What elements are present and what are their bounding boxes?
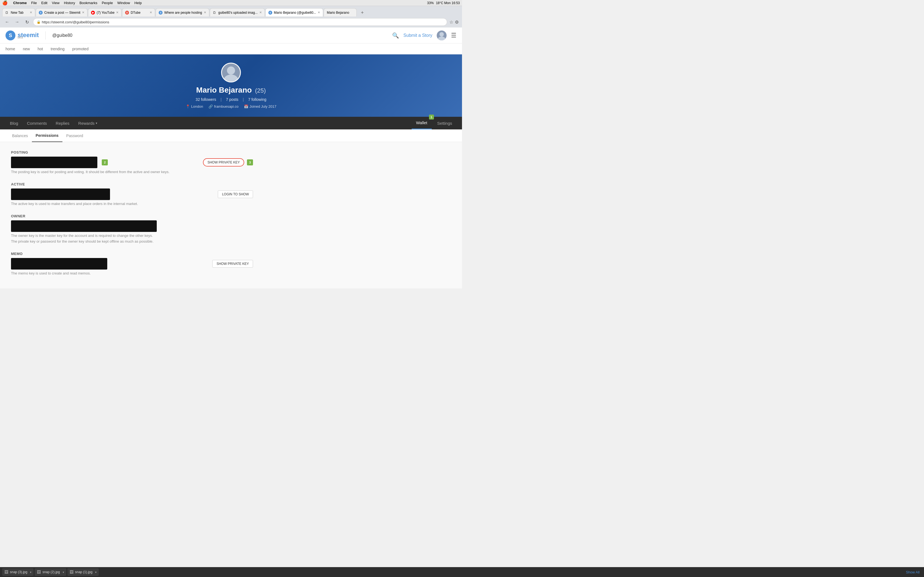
logo-text-wrap: steemit beta <box>18 32 39 39</box>
profile-posts[interactable]: 7 posts <box>226 97 238 102</box>
menubar-window[interactable]: Window <box>117 1 130 5</box>
battery-info: 33% <box>427 1 434 5</box>
back-button[interactable]: ← <box>3 18 11 26</box>
tab-close-new-tab[interactable]: ✕ <box>30 11 32 14</box>
tab-close-mario-steemit[interactable]: ✕ <box>318 11 320 14</box>
menubar-file[interactable]: File <box>31 1 37 5</box>
tab-close-guibe80-images[interactable]: ✕ <box>259 11 262 14</box>
clock: 18°C Mon 16:53 <box>436 1 460 5</box>
stab-balances[interactable]: Balances <box>8 129 32 142</box>
owner-label: OWNER <box>11 214 253 218</box>
owner-section: OWNER The owner key is the master key fo… <box>11 214 253 243</box>
url-text: frambuesapi.co <box>214 105 238 108</box>
svg-point-3 <box>439 32 444 37</box>
profile-reputation: (25) <box>255 87 266 94</box>
profile-avatar <box>221 63 241 82</box>
ptab-settings[interactable]: Settings <box>433 117 457 129</box>
address-input[interactable]: 🔒 https://steemit.com/@guibe80/permissio… <box>33 18 447 26</box>
tab-close-create-post[interactable]: ✕ <box>82 11 84 14</box>
menubar: 🍎 Chrome File Edit View History Bookmark… <box>0 0 462 6</box>
posting-desc: The posting key is used for posting and … <box>11 170 253 174</box>
menubar-chrome[interactable]: Chrome <box>13 1 27 5</box>
forward-button[interactable]: → <box>13 18 21 26</box>
nav-new[interactable]: new <box>23 47 30 51</box>
submit-story-button[interactable]: Submit a Story <box>404 33 432 38</box>
secure-icon: 🔒 <box>37 20 41 24</box>
menubar-bookmarks[interactable]: Bookmarks <box>79 1 97 5</box>
ptab-blog[interactable]: Blog <box>5 117 23 129</box>
tab-mario-steemit[interactable]: S Mario Bejarano (@guibe80... ✕ <box>265 8 323 16</box>
tab-people-hosting[interactable]: S Where are people hosting ✕ <box>156 8 209 16</box>
address-text: https://steemit.com/@guibe80/permissions <box>42 20 109 24</box>
user-avatar[interactable] <box>437 31 447 40</box>
reload-button[interactable]: ↻ <box>23 18 31 26</box>
tab-dtube[interactable]: D DTube ✕ <box>122 8 155 16</box>
active-login-to-show-button[interactable]: LOGIN TO SHOW <box>218 190 253 198</box>
tab-favicon-dtube: D <box>125 11 129 15</box>
logo-wrap: S steemit beta @guibe80 <box>5 31 72 40</box>
ptab-wallet[interactable]: Wallet <box>412 117 432 129</box>
active-desc: The active key is used to make transfers… <box>11 201 253 206</box>
bookmark-icon[interactable]: ☆ <box>449 19 453 25</box>
menubar-view[interactable]: View <box>52 1 60 5</box>
tab-close-youtube[interactable]: ✕ <box>116 11 118 14</box>
menubar-history[interactable]: History <box>64 1 75 5</box>
profile-name: Mario Bejarano <box>196 86 252 94</box>
owner-desc1: The owner key is the master key for the … <box>11 234 253 238</box>
tab-favicon-mario-steemit: S <box>268 11 272 15</box>
tab-mario-right[interactable]: Mario Bejarano <box>324 8 357 16</box>
hamburger-menu-button[interactable]: ☰ <box>451 32 457 39</box>
memo-key-box <box>11 258 107 269</box>
avatar-image <box>437 31 447 40</box>
tab-youtube[interactable]: ▶ (7) YouTube ✕ <box>88 8 121 16</box>
menubar-edit[interactable]: Edit <box>41 1 47 5</box>
tab-label-dtube: DTube <box>131 11 148 15</box>
posting-show-private-button[interactable]: SHOW PRIVATE KEY <box>203 158 244 166</box>
profile-followers[interactable]: 32 followers <box>195 97 216 102</box>
profile-stats: 32 followers | 7 posts | 7 following <box>5 97 457 102</box>
tab-label-guibe80-images: guibe80's uploaded imag... <box>218 11 258 15</box>
extension-icon[interactable]: ⚙ <box>455 19 459 25</box>
ptab-comments[interactable]: Comments <box>23 117 52 129</box>
rewards-dropdown-arrow: ▾ <box>96 121 97 125</box>
tab-new-tab[interactable]: 🗋 New Tab ✕ <box>2 8 35 16</box>
header-username: @guibe80 <box>52 33 72 38</box>
menubar-help[interactable]: Help <box>134 1 142 5</box>
nav-hot[interactable]: hot <box>38 47 43 51</box>
memo-label: MEMO <box>11 252 253 256</box>
tab-close-people-hosting[interactable]: ✕ <box>204 11 206 14</box>
tab-label-create-post: Create a post — Steemit <box>44 11 80 15</box>
stab-password[interactable]: Password <box>62 129 87 142</box>
profile-tabs-right: Wallet 1 Settings <box>412 117 457 129</box>
tab-label-youtube: (7) YouTube <box>97 11 115 15</box>
nav-trending[interactable]: trending <box>51 47 65 51</box>
location-icon: 📍 <box>186 105 190 108</box>
tab-favicon-guibe80-images: 🗋 <box>213 11 217 15</box>
tab-create-post[interactable]: S Create a post — Steemit ✕ <box>36 8 87 16</box>
svg-text:S: S <box>9 33 12 38</box>
profile-following[interactable]: 7 following <box>248 97 266 102</box>
tab-guibe80-images[interactable]: 🗋 guibe80's uploaded imag... ✕ <box>210 8 265 16</box>
menubar-right: 33% 18°C Mon 16:53 <box>427 1 460 5</box>
tab-bar: 🗋 New Tab ✕ S Create a post — Steemit ✕ … <box>0 6 462 16</box>
site-header: S steemit beta @guibe80 🔍 Submit a Story… <box>0 27 462 44</box>
menubar-people[interactable]: People <box>102 1 113 5</box>
tab-favicon-new-tab: 🗋 <box>5 11 9 15</box>
posting-actions: SHOW PRIVATE KEY 3 <box>203 158 253 166</box>
tab-label-mario-right: Mario Bejarano <box>327 11 354 15</box>
steemit-logo-icon: S <box>5 31 15 40</box>
ptab-replies[interactable]: Replies <box>52 117 74 129</box>
owner-desc2: The private key or password for the owne… <box>11 239 253 243</box>
wallet-tab-wrap: Wallet 1 <box>412 117 432 129</box>
stab-permissions[interactable]: Permissions <box>32 129 62 142</box>
search-button[interactable]: 🔍 <box>392 32 399 39</box>
tab-close-dtube[interactable]: ✕ <box>150 11 152 14</box>
posting-badge-2: 2 <box>102 160 108 165</box>
apple-menu[interactable]: 🍎 <box>2 0 8 5</box>
memo-show-private-button[interactable]: SHOW PRIVATE KEY <box>212 260 253 268</box>
ptab-rewards[interactable]: Rewards ▾ <box>74 117 102 129</box>
posting-label: POSTING <box>11 150 253 155</box>
nav-promoted[interactable]: promoted <box>72 47 89 51</box>
new-tab-button[interactable]: + <box>358 9 366 16</box>
nav-home[interactable]: home <box>5 47 15 51</box>
